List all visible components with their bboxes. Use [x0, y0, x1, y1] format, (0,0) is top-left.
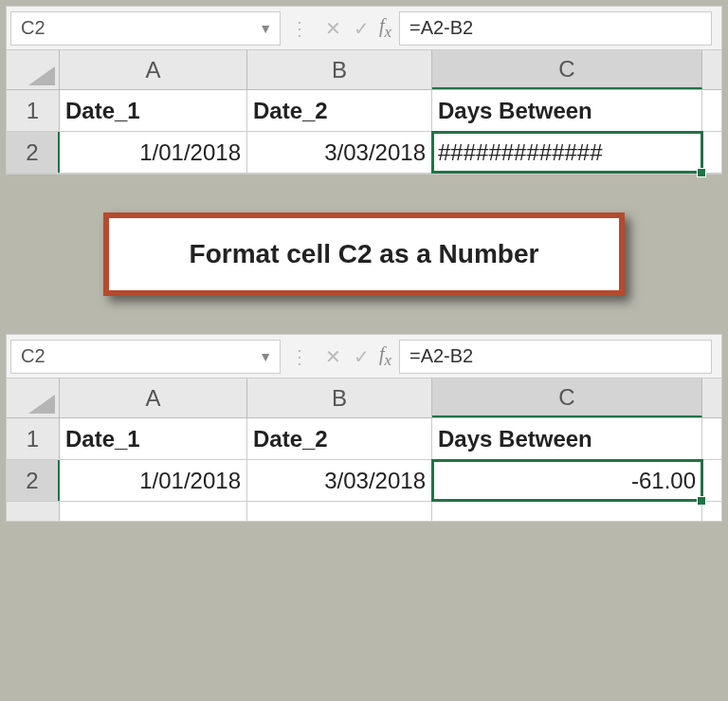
enter-icon[interactable]: ✓	[347, 17, 375, 40]
name-box-dropdown-icon[interactable]: ▼	[259, 349, 272, 364]
separator-icon: ⋮	[290, 345, 309, 368]
cell-b3[interactable]	[247, 502, 432, 521]
row-2: 2 1/01/2018 3/03/2018 #############	[7, 132, 721, 174]
select-all-corner[interactable]	[7, 50, 60, 89]
row-1: 1 Date_1 Date_2 Days Between	[7, 90, 721, 132]
cell-a1[interactable]: Date_1	[60, 90, 247, 131]
row-header-2[interactable]: 2	[7, 460, 60, 501]
row-1: 1 Date_1 Date_2 Days Between	[7, 418, 721, 460]
cell-c2[interactable]: -61.00	[432, 460, 702, 501]
formula-bar-bottom: C2 ▼ ⋮ ✕ ✓ fx =A2-B2	[7, 335, 721, 378]
grid-bottom: A B C 1 Date_1 Date_2 Days Between 2 1/0…	[7, 378, 721, 521]
formula-text: =A2-B2	[410, 17, 473, 39]
cell-b1[interactable]: Date_2	[247, 90, 432, 131]
formula-text: =A2-B2	[410, 345, 473, 367]
separator-icon: ⋮	[290, 17, 309, 40]
select-all-corner[interactable]	[7, 378, 60, 417]
name-box-dropdown-icon[interactable]: ▼	[259, 21, 272, 36]
cell-c3[interactable]	[432, 502, 702, 521]
cell-a1[interactable]: Date_1	[60, 418, 247, 459]
cell-a2[interactable]: 1/01/2018	[60, 132, 247, 173]
enter-icon[interactable]: ✓	[347, 345, 375, 368]
excel-view-bottom: C2 ▼ ⋮ ✕ ✓ fx =A2-B2 A B C 1 Date_1 Date…	[6, 334, 722, 522]
name-box[interactable]: C2 ▼	[10, 11, 281, 46]
cell-c2[interactable]: #############	[432, 132, 702, 173]
cell-b1[interactable]: Date_2	[247, 418, 432, 459]
column-headers: A B C	[7, 50, 721, 90]
cell-b2[interactable]: 3/03/2018	[247, 132, 432, 173]
row-header-3[interactable]	[7, 502, 60, 521]
name-box-value: C2	[21, 17, 46, 39]
formula-input[interactable]: =A2-B2	[399, 340, 712, 374]
cell-c1[interactable]: Days Between	[432, 418, 702, 459]
cell-b2[interactable]: 3/03/2018	[247, 460, 432, 501]
col-header-c[interactable]: C	[432, 378, 702, 417]
row-header-1[interactable]: 1	[7, 418, 60, 459]
excel-view-top: C2 ▼ ⋮ ✕ ✓ fx =A2-B2 A B C 1 Date_1 Date…	[6, 6, 722, 175]
formula-input[interactable]: =A2-B2	[399, 11, 712, 46]
col-header-b[interactable]: B	[247, 378, 432, 417]
cancel-icon[interactable]: ✕	[318, 345, 347, 368]
col-header-a[interactable]: A	[60, 50, 247, 89]
fx-icon[interactable]: fx	[379, 343, 391, 370]
cell-a3[interactable]	[60, 502, 247, 521]
row-header-2[interactable]: 2	[7, 132, 60, 173]
name-box[interactable]: C2 ▼	[10, 340, 281, 374]
col-header-c[interactable]: C	[432, 50, 702, 89]
callout-text: Format cell C2 as a Number	[190, 239, 539, 268]
row-header-1[interactable]: 1	[7, 90, 60, 131]
cell-c1[interactable]: Days Between	[432, 90, 702, 131]
cell-a2[interactable]: 1/01/2018	[60, 460, 247, 501]
column-headers: A B C	[7, 378, 721, 418]
row-3-partial	[7, 502, 721, 521]
cancel-icon[interactable]: ✕	[318, 17, 347, 40]
grid-top: A B C 1 Date_1 Date_2 Days Between 2 1/0…	[7, 50, 721, 174]
col-header-a[interactable]: A	[60, 378, 247, 417]
formula-bar-top: C2 ▼ ⋮ ✕ ✓ fx =A2-B2	[7, 7, 721, 50]
row-2: 2 1/01/2018 3/03/2018 -61.00	[7, 460, 721, 502]
col-header-b[interactable]: B	[247, 50, 432, 89]
fx-icon[interactable]: fx	[379, 15, 391, 42]
callout-box: Format cell C2 as a Number	[103, 212, 625, 296]
name-box-value: C2	[21, 345, 46, 367]
